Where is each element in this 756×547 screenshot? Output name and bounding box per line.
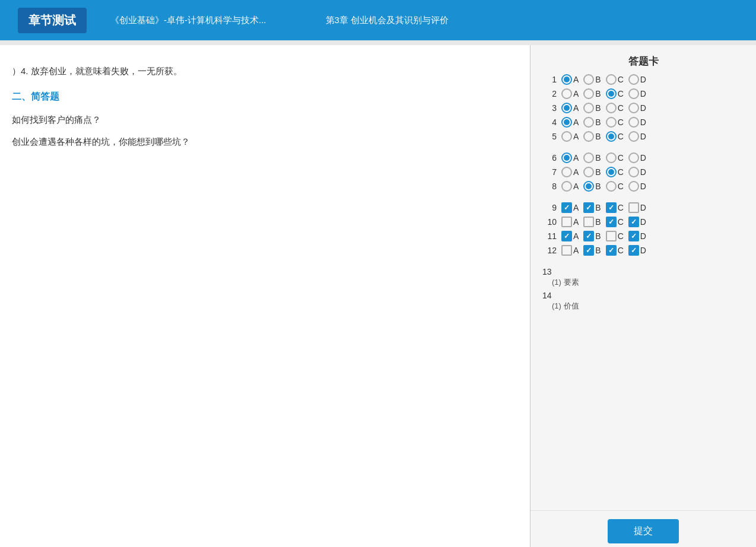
checkbox-C[interactable]: [606, 217, 617, 227]
option-item[interactable]: D: [628, 74, 646, 85]
option-item[interactable]: B: [583, 245, 601, 256]
option-item[interactable]: C: [606, 103, 624, 113]
radio-D[interactable]: [628, 131, 639, 142]
radio-A[interactable]: [561, 152, 572, 163]
option-item[interactable]: D: [628, 245, 646, 256]
option-item[interactable]: A: [561, 217, 579, 227]
radio-C[interactable]: [606, 131, 617, 142]
radio-D[interactable]: [628, 88, 639, 99]
checkbox-D[interactable]: [628, 202, 639, 213]
option-item[interactable]: D: [628, 202, 646, 213]
option-item[interactable]: A: [561, 231, 579, 241]
radio-B[interactable]: [583, 117, 594, 128]
radio-D[interactable]: [628, 181, 639, 192]
option-item[interactable]: A: [561, 88, 579, 99]
radio-B[interactable]: [583, 88, 594, 99]
radio-C[interactable]: [606, 88, 617, 99]
checkbox-D[interactable]: [628, 217, 639, 227]
option-item[interactable]: A: [561, 245, 579, 256]
option-item[interactable]: C: [606, 88, 624, 99]
checkbox-D[interactable]: [628, 245, 639, 256]
option-item[interactable]: C: [606, 117, 624, 128]
checkbox-B[interactable]: [583, 231, 594, 241]
radio-A[interactable]: [561, 131, 572, 142]
option-item[interactable]: B: [583, 117, 601, 128]
option-item[interactable]: A: [561, 131, 579, 142]
radio-C[interactable]: [606, 103, 617, 113]
checkbox-A[interactable]: [561, 245, 572, 256]
option-item[interactable]: B: [583, 167, 601, 177]
option-item[interactable]: C: [606, 74, 624, 85]
radio-A[interactable]: [561, 103, 572, 113]
option-item[interactable]: C: [606, 152, 624, 163]
radio-B[interactable]: [583, 167, 594, 177]
radio-A[interactable]: [561, 167, 572, 177]
radio-B[interactable]: [583, 103, 594, 113]
checkbox-B[interactable]: [583, 217, 594, 227]
checkbox-C[interactable]: [606, 245, 617, 256]
radio-A[interactable]: [561, 88, 572, 99]
option-item[interactable]: D: [628, 231, 646, 241]
submit-button[interactable]: 提交: [608, 519, 679, 543]
option-item[interactable]: B: [583, 152, 601, 163]
option-item[interactable]: D: [628, 217, 646, 227]
answer-row: 5ABCD: [540, 131, 747, 142]
option-item[interactable]: A: [561, 181, 579, 192]
radio-C[interactable]: [606, 117, 617, 128]
radio-C[interactable]: [606, 74, 617, 85]
option-item[interactable]: B: [583, 74, 601, 85]
option-item[interactable]: A: [561, 74, 579, 85]
radio-B[interactable]: [583, 131, 594, 142]
checkbox-A[interactable]: [561, 202, 572, 213]
checkbox-B[interactable]: [583, 202, 594, 213]
answer-card-scroll[interactable]: 1ABCD2ABCD3ABCD4ABCD5ABCD6ABCD7ABCD8ABCD…: [531, 74, 756, 510]
option-item[interactable]: B: [583, 181, 601, 192]
checkbox-C[interactable]: [606, 202, 617, 213]
option-item[interactable]: B: [583, 131, 601, 142]
checkbox-A[interactable]: [561, 217, 572, 227]
option-item[interactable]: C: [606, 181, 624, 192]
checkbox-A[interactable]: [561, 231, 572, 241]
radio-B[interactable]: [583, 152, 594, 163]
radio-A[interactable]: [561, 117, 572, 128]
option-item[interactable]: B: [583, 88, 601, 99]
radio-C[interactable]: [606, 167, 617, 177]
radio-A[interactable]: [561, 181, 572, 192]
radio-D[interactable]: [628, 103, 639, 113]
option-item[interactable]: C: [606, 245, 624, 256]
option-item[interactable]: A: [561, 152, 579, 163]
option-item[interactable]: D: [628, 131, 646, 142]
radio-D[interactable]: [628, 152, 639, 163]
option-item[interactable]: C: [606, 131, 624, 142]
checkbox-C[interactable]: [606, 231, 617, 241]
option-item[interactable]: D: [628, 117, 646, 128]
option-item[interactable]: B: [583, 217, 601, 227]
radio-C[interactable]: [606, 152, 617, 163]
option-item[interactable]: B: [583, 202, 601, 213]
option-item[interactable]: D: [628, 181, 646, 192]
radio-C[interactable]: [606, 181, 617, 192]
option-item[interactable]: A: [561, 117, 579, 128]
option-item[interactable]: D: [628, 103, 646, 113]
radio-D[interactable]: [628, 74, 639, 85]
option-item[interactable]: C: [606, 202, 624, 213]
option-item[interactable]: D: [628, 152, 646, 163]
option-item[interactable]: D: [628, 88, 646, 99]
radio-A[interactable]: [561, 74, 572, 85]
option-item[interactable]: C: [606, 167, 624, 177]
radio-D[interactable]: [628, 117, 639, 128]
option-item[interactable]: B: [583, 231, 601, 241]
option-item[interactable]: C: [606, 217, 624, 227]
option-item[interactable]: B: [583, 103, 601, 113]
option-item[interactable]: C: [606, 231, 624, 241]
option-item[interactable]: A: [561, 103, 579, 113]
option-item[interactable]: D: [628, 167, 646, 177]
radio-D[interactable]: [628, 167, 639, 177]
radio-B[interactable]: [583, 181, 594, 192]
checkbox-D[interactable]: [628, 231, 639, 241]
checkbox-B[interactable]: [583, 245, 594, 256]
question-4: ）4. 放弃创业，就意味着失败，一无所获。: [12, 63, 512, 79]
option-item[interactable]: A: [561, 202, 579, 213]
radio-B[interactable]: [583, 74, 594, 85]
option-item[interactable]: A: [561, 167, 579, 177]
